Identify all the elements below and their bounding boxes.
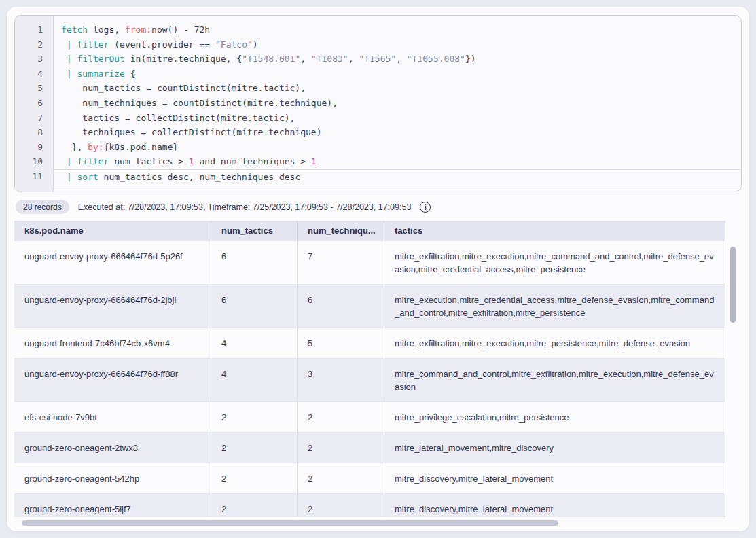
cell-pod-name: unguard-envoy-proxy-666464f76d-5p26f (14, 241, 211, 284)
code-token: num_techniques = countDistinct(mitre.tec… (61, 98, 338, 108)
code-lines: 1 fetch logs, from:now() - 72h 2 | filte… (15, 22, 741, 185)
table-row[interactable]: unguard-frontend-7c46bf74cb-x6vm4 4 5 mi… (14, 327, 725, 358)
cell-tactics: mitre_privilege_escalation,mitre_persist… (384, 402, 725, 432)
code-line[interactable]: 11 | sort num_tactics desc, num_techniqu… (15, 169, 741, 185)
cell-num-tactics: 6 (211, 285, 298, 327)
cell-tactics: mitre_exfiltration,mitre_execution,mitre… (384, 328, 725, 358)
vertical-scrollbar[interactable] (725, 221, 742, 517)
code-token: and num_techniques > (194, 156, 311, 166)
results-table: k8s.pod.name num_tactics num_techniqu...… (14, 221, 725, 517)
cell-num-techniques: 3 (298, 359, 384, 401)
code-line[interactable]: 4 | summarize { (15, 67, 741, 82)
code-token: num_tactics > (109, 156, 188, 166)
code-text: | filter num_tactics > 1 and num_techniq… (53, 154, 741, 169)
code-token: 1 (189, 156, 194, 166)
code-token: by: (88, 142, 103, 152)
line-number: 3 (15, 52, 53, 67)
code-token: techniques = collectDistinct(mitre.techn… (61, 127, 322, 137)
code-token: { (125, 69, 136, 79)
line-number: 2 (15, 37, 53, 52)
code-token: }) (465, 54, 476, 64)
code-token: filter (77, 156, 109, 166)
cell-pod-name: unguard-frontend-7c46bf74cb-x6vm4 (14, 328, 211, 358)
code-text: | sort num_tactics desc, num_techniques … (53, 169, 741, 185)
line-number: 11 (15, 169, 53, 185)
code-token: "T1055.008" (407, 54, 465, 64)
code-token: "T1565" (359, 54, 396, 64)
code-token: ) (253, 39, 258, 50)
table-row[interactable]: unguard-envoy-proxy-666464f76d-ff88r 4 3… (14, 358, 725, 401)
code-line[interactable]: 10 | filter num_tactics > 1 and num_tech… (15, 154, 741, 169)
code-line[interactable]: 8 techniques = collectDistinct(mitre.tec… (15, 125, 741, 140)
line-number: 9 (15, 140, 53, 155)
code-line[interactable]: 9 }, by:{k8s.pod.name} (15, 140, 741, 155)
vertical-scrollbar-thumb[interactable] (730, 247, 736, 323)
code-token: summarize (77, 69, 124, 79)
cell-num-techniques: 2 (298, 463, 384, 493)
code-token: , (300, 54, 311, 64)
column-header-tactics[interactable]: tactics (384, 221, 725, 241)
table-row[interactable]: ground-zero-oneagent-2twx8 2 2 mitre_lat… (14, 432, 725, 463)
cell-num-tactics: 6 (211, 241, 298, 284)
code-text: techniques = collectDistinct(mitre.techn… (53, 125, 741, 140)
code-line[interactable]: 3 | filterOut in(mitre.technique, {"T154… (15, 52, 741, 67)
code-text: num_tactics = countDistinct(mitre.tactic… (53, 81, 741, 96)
table-row[interactable]: efs-csi-node-7v9bt 2 2 mitre_privilege_e… (14, 401, 725, 432)
query-editor[interactable]: 1 fetch logs, from:now() - 72h 2 | filte… (14, 15, 742, 192)
cell-pod-name: unguard-envoy-proxy-666464f76d-2jbjl (14, 285, 211, 327)
cell-tactics: mitre_command_and_control,mitre_exfiltra… (384, 359, 725, 401)
code-token: "T1548.001" (242, 54, 300, 64)
column-header-num-tactics[interactable]: num_tactics (211, 221, 298, 241)
code-token: | (61, 39, 77, 50)
table-row[interactable]: ground-zero-oneagent-542hp 2 2 mitre_dis… (14, 463, 725, 493)
code-line[interactable]: 6 num_techniques = countDistinct(mitre.t… (15, 96, 741, 111)
code-token: | (61, 172, 77, 182)
cell-tactics: mitre_lateral_movement,mitre_discovery (384, 433, 725, 463)
column-header-num-techniques[interactable]: num_techniqu... (298, 221, 384, 241)
code-line[interactable]: 7 tactics = collectDistinct(mitre.tactic… (15, 111, 741, 126)
code-token: fetch (61, 24, 88, 35)
table-row[interactable]: unguard-envoy-proxy-666464f76d-5p26f 6 7… (14, 241, 725, 284)
code-token: , (348, 54, 359, 64)
line-number: 4 (15, 67, 53, 82)
code-token: "Falco" (215, 39, 253, 50)
code-token: 1 (311, 156, 317, 166)
cell-tactics: mitre_discovery,mitre_lateral_movement (384, 494, 725, 517)
horizontal-scrollbar[interactable] (14, 519, 742, 527)
table-header-row: k8s.pod.name num_tactics num_techniqu...… (14, 221, 725, 241)
column-header-pod-name[interactable]: k8s.pod.name (14, 221, 211, 241)
execution-status-text: Executed at: 7/28/2023, 17:09:53, Timefr… (78, 202, 412, 212)
code-token: now() - 72h (151, 24, 210, 35)
line-number: 1 (15, 22, 53, 37)
code-token: from: (125, 24, 151, 35)
cell-num-tactics: 2 (211, 433, 298, 463)
cell-pod-name: efs-csi-node-7v9bt (14, 402, 211, 432)
code-token: | (61, 69, 77, 79)
code-text: | summarize { (53, 67, 741, 82)
code-line[interactable]: 1 fetch logs, from:now() - 72h (15, 22, 741, 37)
code-line[interactable]: 5 num_tactics = countDistinct(mitre.tact… (15, 81, 741, 96)
code-token: logs, (88, 24, 125, 35)
horizontal-scrollbar-thumb[interactable] (22, 520, 558, 526)
cell-tactics: mitre_exfiltration,mitre_execution,mitre… (384, 241, 725, 284)
code-token: "T1083" (311, 54, 348, 64)
line-number: 10 (15, 154, 53, 169)
code-token: | (61, 156, 77, 166)
cell-num-tactics: 2 (211, 494, 298, 517)
table-row[interactable]: unguard-envoy-proxy-666464f76d-2jbjl 6 6… (14, 284, 725, 327)
line-number: 6 (15, 96, 53, 111)
code-token: , (396, 54, 407, 64)
info-icon[interactable]: i (420, 202, 431, 213)
code-text: }, by:{k8s.pod.name} (53, 140, 741, 155)
cell-num-tactics: 2 (211, 463, 298, 493)
line-number: 7 (15, 111, 53, 126)
code-line[interactable]: 2 | filter (event.provider == "Falco") (15, 37, 741, 52)
table-row[interactable]: ground-zero-oneagent-5ljf7 2 2 mitre_dis… (14, 493, 725, 517)
cell-num-techniques: 2 (298, 494, 384, 517)
status-bar: 28 records Executed at: 7/28/2023, 17:09… (16, 200, 742, 215)
cell-num-techniques: 7 (298, 241, 384, 284)
code-token: filterOut (77, 54, 124, 64)
code-token: num_tactics = countDistinct(mitre.tactic… (61, 83, 306, 93)
code-token: (event.provider == (109, 39, 215, 50)
table-body: unguard-envoy-proxy-666464f76d-5p26f 6 7… (14, 241, 725, 517)
